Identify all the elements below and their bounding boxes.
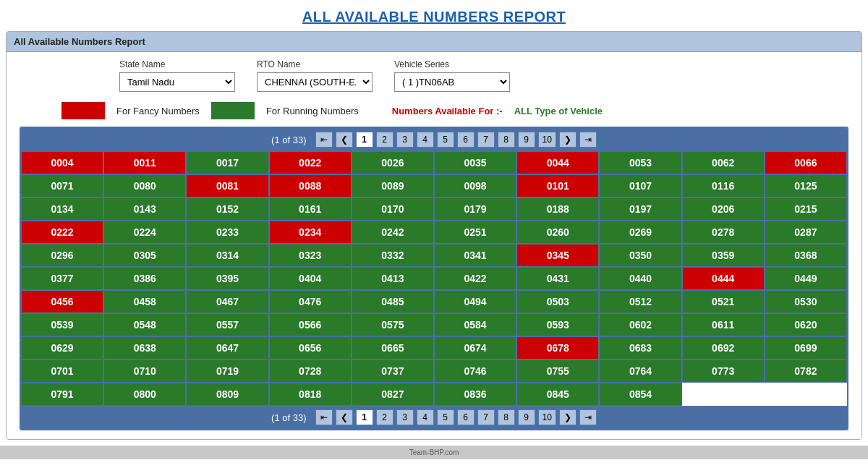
number-cell-66[interactable]: 0503 [516,290,599,313]
number-cell-43[interactable]: 0323 [269,244,352,267]
number-cell-9[interactable]: 0066 [765,151,847,174]
number-cell-44[interactable]: 0332 [352,244,434,267]
number-cell-11[interactable]: 0080 [103,174,186,197]
number-cell-98[interactable]: 0773 [682,359,765,383]
number-cell-38[interactable]: 0278 [682,221,765,244]
number-cell-28[interactable]: 0206 [682,197,765,221]
number-cell-35[interactable]: 0251 [434,221,516,244]
number-cell-12[interactable]: 0081 [186,174,268,197]
number-cell-60[interactable]: 0456 [21,290,103,313]
number-cell-90[interactable]: 0701 [21,359,103,383]
number-cell-104[interactable]: 0827 [352,383,434,406]
rto-select[interactable]: CHENNAI (SOUTH-EA) [257,72,373,92]
number-cell-6[interactable]: 0044 [516,151,599,174]
number-cell-83[interactable]: 0656 [269,336,352,359]
number-cell-18[interactable]: 0116 [682,174,765,197]
number-cell-55[interactable]: 0422 [434,267,516,290]
page-btn-9[interactable]: 9 [518,132,535,148]
number-cell-59[interactable]: 0449 [765,267,847,290]
number-cell-89[interactable]: 0699 [765,336,847,359]
number-cell-33[interactable]: 0234 [269,221,352,244]
number-cell-1[interactable]: 0011 [103,151,186,174]
number-cell-101[interactable]: 0800 [103,383,186,406]
number-cell-32[interactable]: 0233 [186,221,268,244]
number-cell-51[interactable]: 0386 [103,267,186,290]
number-cell-103[interactable]: 0818 [269,383,352,406]
b-page-btn-5[interactable]: 5 [437,409,454,425]
number-cell-30[interactable]: 0222 [21,221,103,244]
b-first-page-btn[interactable]: ⇤ [315,409,333,425]
prev-page-btn[interactable]: ❮ [336,132,353,148]
number-cell-73[interactable]: 0566 [269,313,352,336]
number-cell-70[interactable]: 0539 [21,313,103,336]
number-cell-52[interactable]: 0395 [186,267,268,290]
number-cell-26[interactable]: 0188 [516,197,599,221]
number-cell-74[interactable]: 0575 [352,313,434,336]
number-cell-102[interactable]: 0809 [186,383,268,406]
b-page-btn-8[interactable]: 8 [498,409,515,425]
number-cell-100[interactable]: 0791 [21,383,103,406]
number-cell-25[interactable]: 0179 [434,197,516,221]
b-page-btn-10[interactable]: 10 [538,409,556,425]
number-cell-69[interactable]: 0530 [765,290,847,313]
b-page-btn-1[interactable]: 1 [356,409,373,425]
number-cell-46[interactable]: 0345 [516,244,599,267]
number-cell-75[interactable]: 0584 [434,313,516,336]
b-page-btn-6[interactable]: 6 [457,409,475,425]
number-cell-72[interactable]: 0557 [186,313,268,336]
number-cell-58[interactable]: 0444 [682,267,765,290]
first-page-btn[interactable]: ⇤ [315,132,333,148]
page-btn-10[interactable]: 10 [538,132,556,148]
last-page-btn[interactable]: ⇥ [579,132,597,148]
number-cell-105[interactable]: 0836 [434,383,516,406]
page-btn-6[interactable]: 6 [457,132,475,148]
number-cell-42[interactable]: 0314 [186,244,268,267]
number-cell-3[interactable]: 0022 [269,151,352,174]
number-cell-94[interactable]: 0737 [352,359,434,383]
number-cell-45[interactable]: 0341 [434,244,516,267]
page-btn-7[interactable]: 7 [477,132,495,148]
next-page-btn[interactable]: ❯ [559,132,576,148]
b-next-page-btn[interactable]: ❯ [559,409,576,425]
b-last-page-btn[interactable]: ⇥ [579,409,597,425]
page-btn-5[interactable]: 5 [437,132,454,148]
number-cell-79[interactable]: 0620 [765,313,847,336]
number-cell-97[interactable]: 0764 [599,359,681,383]
number-cell-29[interactable]: 0215 [765,197,847,221]
number-cell-27[interactable]: 0197 [599,197,681,221]
state-select[interactable]: Tamil Nadu [119,72,235,92]
b-page-btn-3[interactable]: 3 [396,409,414,425]
page-btn-4[interactable]: 4 [417,132,434,148]
number-cell-87[interactable]: 0683 [599,336,681,359]
number-cell-2[interactable]: 0017 [186,151,268,174]
number-cell-50[interactable]: 0377 [21,267,103,290]
number-cell-15[interactable]: 0098 [434,174,516,197]
number-cell-40[interactable]: 0296 [21,244,103,267]
number-cell-36[interactable]: 0260 [516,221,599,244]
number-cell-78[interactable]: 0611 [682,313,765,336]
number-cell-14[interactable]: 0089 [352,174,434,197]
number-cell-80[interactable]: 0629 [21,336,103,359]
number-cell-17[interactable]: 0107 [599,174,681,197]
number-cell-96[interactable]: 0755 [516,359,599,383]
number-cell-84[interactable]: 0665 [352,336,434,359]
number-cell-54[interactable]: 0413 [352,267,434,290]
number-cell-37[interactable]: 0269 [599,221,681,244]
number-cell-16[interactable]: 0101 [516,174,599,197]
number-cell-65[interactable]: 0494 [434,290,516,313]
number-cell-4[interactable]: 0026 [352,151,434,174]
number-cell-61[interactable]: 0458 [103,290,186,313]
number-cell-47[interactable]: 0350 [599,244,681,267]
b-prev-page-btn[interactable]: ❮ [336,409,353,425]
b-page-btn-2[interactable]: 2 [376,409,393,425]
number-cell-31[interactable]: 0224 [103,221,186,244]
number-cell-92[interactable]: 0719 [186,359,268,383]
number-cell-56[interactable]: 0431 [516,267,599,290]
number-cell-23[interactable]: 0161 [269,197,352,221]
number-cell-106[interactable]: 0845 [516,383,599,406]
number-cell-81[interactable]: 0638 [103,336,186,359]
number-cell-7[interactable]: 0053 [599,151,681,174]
page-btn-1[interactable]: 1 [356,132,373,148]
number-cell-93[interactable]: 0728 [269,359,352,383]
number-cell-62[interactable]: 0467 [186,290,268,313]
